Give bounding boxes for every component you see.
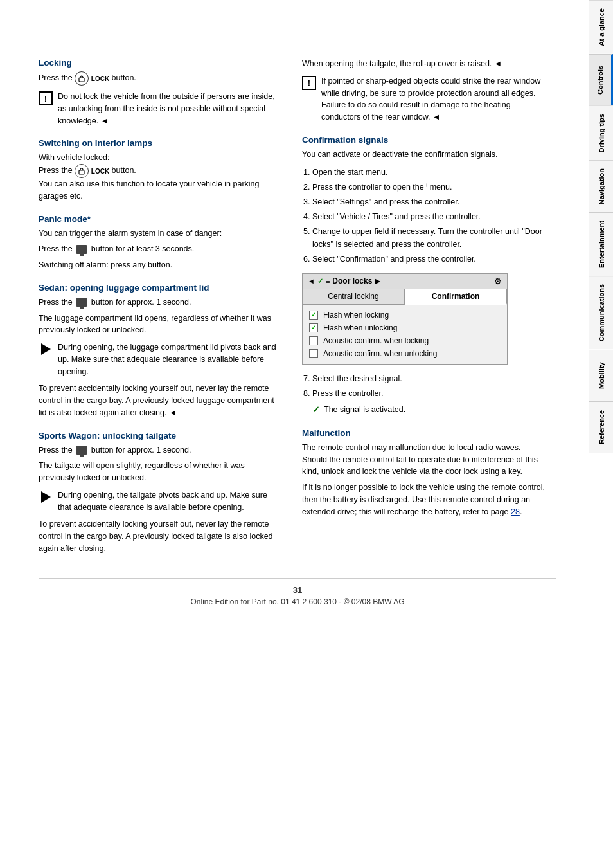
play-right-icon — [39, 342, 53, 356]
sidebar-tab-entertainment[interactable]: Entertainment — [589, 212, 613, 276]
checkmark-icon: ✓ — [317, 277, 323, 285]
step-2: Press the controller to open the ᴵ menu. — [312, 181, 546, 194]
right-column: When opening the tailgate, the roll-up c… — [302, 58, 546, 559]
step-1: Open the start menu. — [312, 166, 546, 179]
sidebar: At a glance Controls Driving tips Naviga… — [589, 0, 613, 868]
acoustic-unlocking-checkbox[interactable] — [309, 349, 318, 358]
left-column: Locking Press the LOCK button. ! Do not … — [39, 58, 283, 559]
sports-wagon-note-text: During opening, the tailgate pivots back… — [58, 489, 283, 514]
step-7: Select the desired signal. — [312, 372, 546, 385]
tailgate-warning-text: If pointed or sharp-edged objects could … — [321, 75, 546, 123]
menu-icon: ≡ — [326, 277, 330, 285]
lock-circle-icon — [75, 71, 89, 86]
locking-press: Press the LOCK button. — [39, 71, 283, 86]
sedan-prevent: To prevent accidentally locking yourself… — [39, 383, 283, 419]
step-8: Press the controller. ✓ The signal is ac… — [312, 387, 546, 417]
sports-wagon-note: During opening, the tailgate pivots back… — [39, 489, 283, 514]
option-flash-locking: Flash when locking — [309, 309, 501, 321]
step-6: Select "Confirmation" and press the cont… — [312, 253, 546, 266]
switching-lamps-desc: With vehicle locked: Press the LOCK butt… — [39, 152, 283, 202]
option-acoustic-locking: Acoustic confirm. when locking — [309, 334, 501, 347]
left-arrow-icon: ◄ — [308, 277, 315, 285]
malfunction-page-ref-link[interactable]: 28 — [511, 507, 520, 516]
sidebar-tab-navigation[interactable]: Navigation — [589, 160, 613, 212]
tailgate-warning: ! If pointed or sharp-edged objects coul… — [302, 75, 546, 123]
sedan-note-text: During opening, the luggage compartment … — [58, 341, 283, 377]
option-acoustic-unlocking: Acoustic confirm. when unlocking — [309, 347, 501, 360]
confirmation-steps-list: Open the start menu. Press the controlle… — [302, 166, 546, 266]
sports-wagon-press: Press the button for approx. 1 second. — [39, 444, 283, 457]
checkmark-activated-icon: ✓ — [312, 402, 320, 417]
sidebar-tab-mobility[interactable]: Mobility — [589, 350, 613, 401]
settings-icon: ⚙ — [494, 276, 502, 286]
svg-rect-0 — [79, 78, 84, 82]
sedan-desc: The luggage compartment lid opens, regar… — [39, 312, 283, 337]
step-3: Select "Settings" and press the controll… — [312, 195, 546, 208]
copyright-text: Online Edition for Part no. 01 41 2 600 … — [190, 597, 404, 606]
locking-title: Locking — [39, 58, 283, 68]
remote-icon — [76, 245, 87, 254]
option-flash-unlocking: Flash when unlocking — [309, 321, 501, 334]
svg-rect-1 — [79, 170, 84, 174]
play-right-icon-2 — [39, 490, 53, 504]
tailgate-desc: When opening the tailgate, the roll-up c… — [302, 58, 546, 70]
warning-triangle-icon: ! — [39, 91, 53, 105]
sports-wagon-desc: The tailgate will open slightly, regardl… — [39, 460, 283, 484]
panic-switching: Switching off alarm: press any button. — [39, 259, 283, 271]
malfunction-title: Malfunction — [302, 428, 546, 438]
acoustic-locking-label: Acoustic confirm. when locking — [323, 336, 429, 345]
door-locks-header: ◄ ✓ ≡ Door locks ▶ ⚙ — [303, 274, 507, 289]
panic-mode-title: Panic mode* — [39, 214, 283, 224]
door-locks-title-area: ◄ ✓ ≡ Door locks ▶ — [308, 276, 380, 285]
malfunction-para2: If it is no longer possible to lock the … — [302, 482, 546, 518]
remote-icon-2 — [76, 298, 87, 307]
page-footer: 31 Online Edition for Part no. 01 41 2 6… — [39, 578, 556, 606]
step-5: Change to upper field if necessary. Turn… — [312, 225, 546, 251]
flash-locking-label: Flash when locking — [323, 311, 389, 320]
acoustic-locking-checkbox[interactable] — [309, 336, 318, 345]
panic-mode-desc: You can trigger the alarm system in case… — [39, 228, 283, 240]
lock-circle-icon-2 — [75, 164, 89, 178]
flash-unlocking-checkbox[interactable] — [309, 323, 318, 332]
flash-locking-checkbox[interactable] — [309, 311, 318, 320]
door-locks-tabs: Central locking Confirmation — [303, 289, 507, 305]
sports-wagon-title: Sports Wagon: unlocking tailgate — [39, 431, 283, 440]
locking-warning-text: Do not lock the vehicle from the outside… — [58, 91, 283, 127]
sidebar-tab-driving-tips[interactable]: Driving tips — [589, 105, 613, 161]
sidebar-tab-controls[interactable]: Controls — [589, 54, 613, 105]
door-locks-widget: ◄ ✓ ≡ Door locks ▶ ⚙ Central locking Con… — [302, 273, 508, 365]
acoustic-unlocking-label: Acoustic confirm. when unlocking — [323, 349, 437, 358]
confirmation-title: Confirmation signals — [302, 135, 546, 145]
switching-lamps-title: Switching on interior lamps — [39, 138, 283, 148]
activated-text: The signal is activated. — [324, 403, 405, 416]
flash-unlocking-label: Flash when unlocking — [323, 323, 397, 332]
page-number: 31 — [39, 585, 556, 595]
sedan-press: Press the button for approx. 1 second. — [39, 296, 283, 309]
locking-warning: ! Do not lock the vehicle from the outsi… — [39, 91, 283, 127]
confirmation-tab[interactable]: Confirmation — [405, 289, 507, 305]
malfunction-para1: The remote control may malfunction due t… — [302, 442, 546, 478]
sedan-title: Sedan: opening luggage compartment lid — [39, 283, 283, 293]
panic-mode-press: Press the button for at least 3 seconds. — [39, 243, 283, 255]
door-locks-options: Flash when locking Flash when unlocking … — [303, 305, 507, 364]
steps-7-8-list: Select the desired signal. Press the con… — [302, 372, 546, 417]
remote-icon-3 — [76, 446, 87, 455]
sidebar-tab-at-a-glance[interactable]: At a glance — [589, 0, 613, 54]
right-arrow-icon: ▶ — [375, 277, 380, 285]
sidebar-tab-communications[interactable]: Communications — [589, 276, 613, 349]
step-4: Select "Vehicle / Tires" and press the c… — [312, 210, 546, 223]
sports-wagon-prevent: To prevent accidentally locking yourself… — [39, 518, 283, 554]
door-locks-label: Door locks — [332, 276, 372, 285]
sedan-note: During opening, the luggage compartment … — [39, 341, 283, 377]
confirmation-desc: You can activate or deactivate the confi… — [302, 149, 546, 161]
sidebar-tab-reference[interactable]: Reference — [589, 401, 613, 453]
warning-triangle-icon-2: ! — [302, 76, 316, 90]
central-locking-tab[interactable]: Central locking — [303, 289, 405, 304]
signal-activated-row: ✓ The signal is activated. — [312, 402, 546, 417]
